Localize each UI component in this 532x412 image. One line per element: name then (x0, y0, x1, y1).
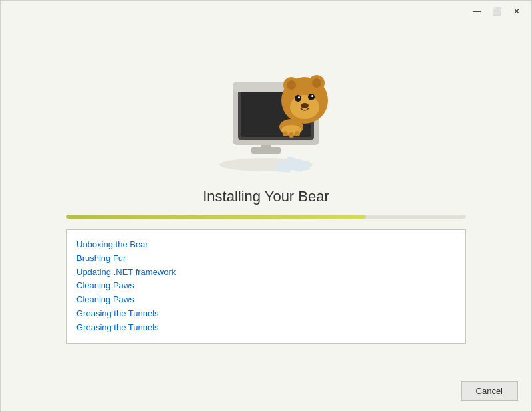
log-line: Updating .NET framework (76, 266, 456, 280)
title-bar: — ⬜ ✕ (1, 1, 531, 22)
log-line: Cleaning Paws (76, 293, 456, 307)
svg-point-13 (287, 80, 296, 90)
log-line: Cleaning Paws (76, 279, 456, 293)
cancel-button[interactable]: Cancel (461, 381, 518, 401)
main-window: — ⬜ ✕ (0, 0, 532, 412)
bear-illustration (193, 29, 339, 181)
progress-bar-container (66, 215, 466, 219)
log-line: Greasing the Tunnels (76, 307, 456, 321)
log-line: Greasing the Tunnels (76, 321, 456, 335)
svg-point-25 (295, 131, 300, 136)
svg-point-20 (301, 103, 309, 108)
svg-rect-3 (275, 161, 291, 173)
log-box: Unboxing the BearBrushing FurUpdating .N… (66, 229, 466, 344)
log-line: Brushing Fur (76, 252, 456, 266)
svg-point-17 (308, 94, 315, 100)
close-button[interactable]: ✕ (507, 4, 526, 19)
maximize-button[interactable]: ⬜ (487, 4, 506, 19)
svg-point-16 (295, 95, 301, 102)
svg-point-19 (311, 95, 313, 97)
svg-point-15 (312, 78, 321, 88)
bottom-bar: Cancel (1, 375, 531, 411)
main-content: Installing Your Bear Unboxing the BearBr… (1, 22, 531, 375)
install-heading: Installing Your Bear (203, 188, 329, 205)
svg-point-24 (289, 132, 294, 138)
log-line: Unboxing the Bear (76, 238, 456, 252)
minimize-button[interactable]: — (467, 4, 486, 19)
progress-bar-fill (66, 215, 366, 219)
svg-point-23 (283, 131, 288, 136)
title-bar-controls: — ⬜ ✕ (467, 4, 526, 19)
svg-point-18 (298, 96, 300, 98)
